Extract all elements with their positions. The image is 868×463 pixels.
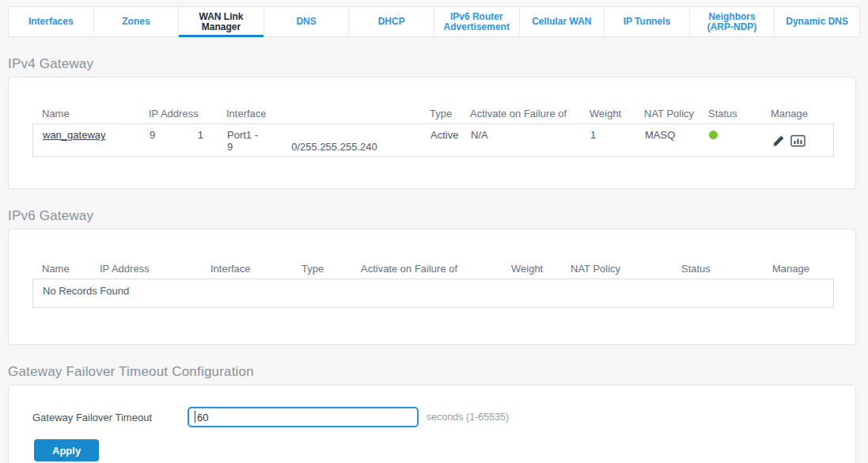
edit-pencil-icon[interactable] — [771, 135, 785, 148]
ipv4-gateway-section-title: IPv4 Gateway — [8, 56, 860, 72]
tab-label: Zones — [122, 17, 150, 27]
tab-zones[interactable]: Zones — [94, 7, 180, 36]
failover-panel: Gateway Failover Timeout seconds (1-6553… — [8, 385, 856, 463]
ip-fragment-left: 9 — [150, 129, 155, 153]
tab-label: DNS — [296, 17, 316, 27]
tab-interfaces[interactable]: Interfaces — [9, 7, 94, 36]
gateway-name-link[interactable]: wan_gateway — [43, 129, 106, 141]
failover-timeout-label: Gateway Failover Timeout — [32, 412, 188, 423]
col-manage: Manage — [763, 261, 834, 277]
col-nat-policy: NAT Policy — [635, 106, 699, 122]
tab-ip-tunnels[interactable]: IP Tunnels — [605, 7, 690, 36]
cell-weight: 1 — [581, 124, 635, 156]
tab-ipv6-router-advertisement[interactable]: IPv6 Router Advertisement — [434, 7, 520, 36]
ipv6-gateway-section-title: IPv6 Gateway — [8, 208, 860, 224]
col-ip-address: IP Address — [139, 106, 217, 122]
col-type: Type — [292, 261, 351, 277]
cell-status — [699, 124, 762, 156]
cell-interface: Port1 - 9 0/255.255.255.240 — [218, 124, 421, 156]
tab-dhcp[interactable]: DHCP — [349, 7, 434, 36]
col-manage: Manage — [761, 106, 834, 122]
col-status: Status — [672, 261, 763, 277]
no-records-row: No Records Found — [32, 279, 834, 308]
tab-cellular-wan[interactable]: Cellular WAN — [520, 7, 605, 36]
col-nat-policy: NAT Policy — [561, 261, 672, 277]
tab-label: Cellular WAN — [532, 17, 591, 27]
cell-ip-address: 9 1 — [140, 124, 218, 156]
tab-wan-link-manager[interactable]: WAN Link Manager — [179, 7, 264, 36]
unit-hint: seconds (1-65535) — [426, 412, 509, 423]
cell-type: Active — [421, 124, 461, 156]
tab-label: WAN Link Manager — [185, 12, 257, 32]
tab-label: Interfaces — [28, 17, 74, 27]
tab-label: DHCP — [378, 17, 405, 27]
col-weight: Weight — [502, 261, 561, 277]
text-caret — [195, 411, 195, 423]
usage-chart-icon[interactable] — [790, 135, 805, 147]
status-up-indicator — [709, 131, 718, 139]
ipv4-gateway-panel: Name IP Address Interface Type Activate … — [8, 77, 856, 189]
table-row: wan_gateway 9 1 Port1 - 9 0/255.255.255.… — [33, 124, 833, 156]
interface-line2-left: 9 — [227, 141, 233, 153]
col-name: Name — [32, 106, 139, 122]
cell-manage — [762, 124, 833, 156]
tab-label: IP Tunnels — [624, 17, 671, 27]
wan-link-manager-page: Interfaces Zones WAN Link Manager DNS DH… — [0, 0, 868, 463]
top-tab-bar: Interfaces Zones WAN Link Manager DNS DH… — [8, 6, 860, 37]
cell-activate-on-failure-of: N/A — [461, 124, 581, 156]
apply-button[interactable]: Apply — [34, 439, 99, 461]
tab-label: Neighbors (ARP-NDP) — [696, 12, 768, 32]
ipv4-table-header: Name IP Address Interface Type Activate … — [32, 106, 834, 122]
col-status: Status — [699, 106, 761, 122]
col-weight: Weight — [580, 106, 635, 122]
failover-timeout-input-wrap — [188, 407, 419, 427]
col-interface: Interface — [201, 261, 292, 277]
col-activate-on-failure-of: Activate on Failure of — [461, 106, 580, 122]
col-activate-on-failure-of: Activate on Failure of — [351, 261, 502, 277]
tab-label: IPv6 Router Advertisement — [441, 12, 513, 32]
tab-dynamic-dns[interactable]: Dynamic DNS — [775, 7, 859, 36]
failover-section-title: Gateway Failover Timeout Configuration — [8, 364, 860, 380]
col-ip-address: IP Address — [90, 261, 201, 277]
tab-label: Dynamic DNS — [786, 17, 848, 27]
tab-dns[interactable]: DNS — [264, 7, 350, 36]
ip-fragment-right: 1 — [198, 129, 203, 153]
ipv6-table-header: Name IP Address Interface Type Activate … — [32, 261, 834, 277]
interface-line1: Port1 - — [227, 129, 411, 141]
ipv4-table-body: wan_gateway 9 1 Port1 - 9 0/255.255.255.… — [32, 123, 834, 157]
interface-line2-right: 0/255.255.255.240 — [291, 141, 377, 153]
tab-neighbors-arp-ndp[interactable]: Neighbors (ARP-NDP) — [690, 7, 775, 36]
ipv6-gateway-panel: Name IP Address Interface Type Activate … — [8, 229, 856, 345]
col-interface: Interface — [217, 106, 420, 122]
col-type: Type — [420, 106, 461, 122]
failover-timeout-input[interactable] — [188, 407, 419, 427]
interface-line2: 9 0/255.255.255.240 — [227, 141, 411, 153]
cell-nat-policy: MASQ — [635, 124, 699, 156]
col-name: Name — [32, 261, 90, 277]
failover-timeout-row: Gateway Failover Timeout seconds (1-6553… — [32, 407, 834, 427]
cell-name: wan_gateway — [33, 124, 140, 156]
